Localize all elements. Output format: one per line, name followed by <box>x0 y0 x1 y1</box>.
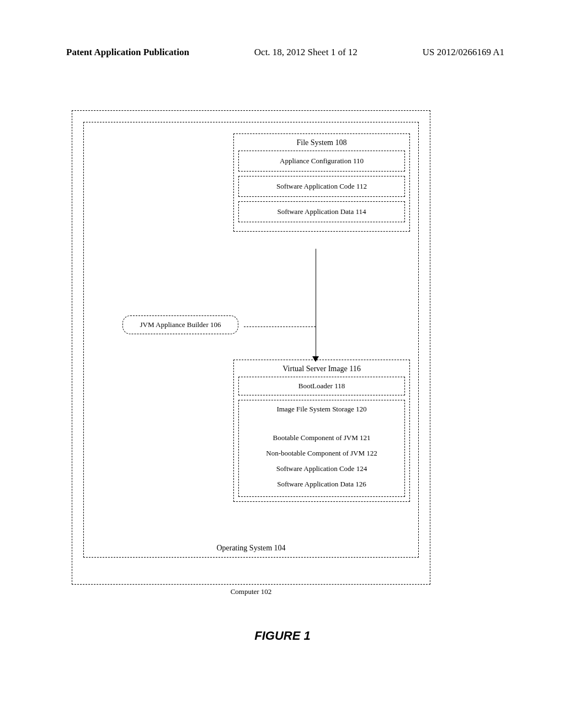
software-application-code-box: Software Application Code 112 <box>238 176 405 197</box>
software-application-code: Software Application Code 124 <box>241 461 402 477</box>
figure-area: File System 108 Appliance Configuration … <box>72 110 430 585</box>
virtual-server-image-box: Virtual Server Image 116 BootLoader 118 … <box>233 360 410 502</box>
image-file-system-storage-label: Image File System Storage 120 <box>241 405 402 414</box>
file-system-box: File System 108 Appliance Configuration … <box>233 133 410 232</box>
jvm-appliance-builder-box: JVM Appliance Builder 106 <box>122 315 238 334</box>
image-file-system-storage-box: Image File System Storage 120 Bootable C… <box>238 400 405 497</box>
bootable-component-jvm: Bootable Component of JVM 121 <box>241 430 402 446</box>
software-application-data-box: Software Application Data 114 <box>238 201 405 222</box>
file-system-label: File System 108 <box>238 138 405 147</box>
figure-caption: FIGURE 1 <box>0 629 565 643</box>
arrow-vertical <box>316 249 316 359</box>
non-bootable-component-jvm: Non-bootable Component of JVM 122 <box>241 446 402 461</box>
appliance-configuration-box: Appliance Configuration 110 <box>238 151 405 172</box>
computer-box: File System 108 Appliance Configuration … <box>72 110 430 585</box>
page-header: Patent Application Publication Oct. 18, … <box>0 47 565 58</box>
computer-label: Computer 102 <box>72 587 430 596</box>
virtual-server-image-label: Virtual Server Image 116 <box>238 365 405 373</box>
header-right: US 2012/0266169 A1 <box>423 47 504 58</box>
header-center: Oct. 18, 2012 Sheet 1 of 12 <box>254 47 358 58</box>
operating-system-label: Operating System 104 <box>84 544 418 553</box>
software-application-data: Software Application Data 126 <box>241 477 402 492</box>
arrow-horizontal <box>244 326 316 327</box>
operating-system-box: File System 108 Appliance Configuration … <box>83 122 419 558</box>
header-left: Patent Application Publication <box>66 47 189 58</box>
bootloader-box: BootLoader 118 <box>238 377 405 395</box>
